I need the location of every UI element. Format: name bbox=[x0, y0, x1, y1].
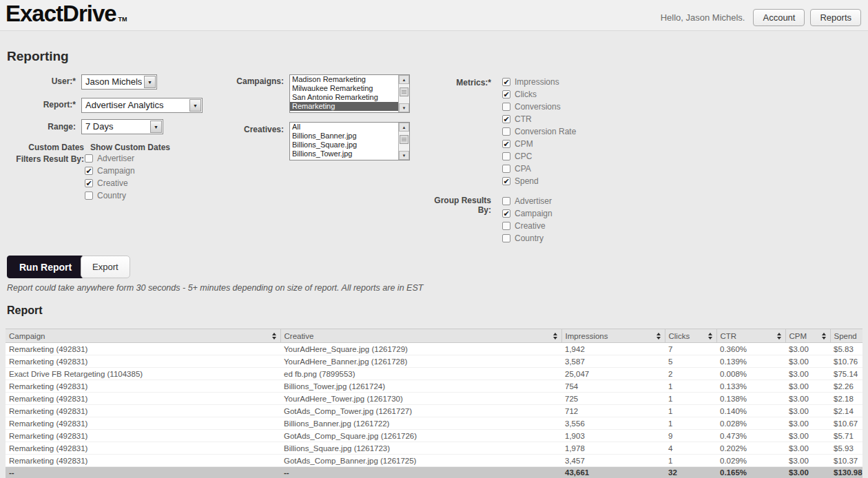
checkbox-creative[interactable]: Creative bbox=[502, 220, 552, 232]
checkbox-creative[interactable]: ✔Creative bbox=[85, 177, 135, 189]
column-header-spend[interactable]: Spend bbox=[830, 329, 862, 343]
table-cell: 0.139% bbox=[716, 355, 785, 368]
checkbox-spend[interactable]: ✔Spend bbox=[502, 175, 576, 187]
chevron-down-icon[interactable]: ▼ bbox=[144, 76, 156, 88]
table-cell: 0.473% bbox=[716, 430, 785, 442]
table-row: Remarketing (492831)GotAds_Comp_Banner.j… bbox=[6, 455, 862, 467]
totals-cell: 0.165% bbox=[716, 467, 785, 478]
column-header-campaign[interactable]: Campaign bbox=[6, 329, 280, 343]
table-cell: 3,587 bbox=[561, 355, 665, 368]
account-button[interactable]: Account bbox=[753, 9, 805, 26]
checkbox-campaign[interactable]: ✔Campaign bbox=[85, 165, 135, 177]
list-option-remarketing[interactable]: Remarketing bbox=[290, 102, 398, 111]
table-cell: Remarketing (492831) bbox=[6, 417, 280, 430]
scroll-down-arrow-icon[interactable]: ▼ bbox=[399, 151, 409, 160]
checkbox-label: Conversions bbox=[515, 102, 561, 112]
run-report-button[interactable]: Run Report bbox=[7, 256, 84, 278]
table-row: Remarketing (492831)YourAdHere_Banner.jp… bbox=[6, 355, 862, 368]
checkbox-cpc[interactable]: CPC bbox=[502, 150, 576, 163]
scrollbar[interactable]: ▲ ▼ bbox=[398, 123, 409, 160]
list-option-billions-tower-jpg[interactable]: Billions_Tower.jpg bbox=[290, 149, 398, 158]
table-cell: 1 bbox=[665, 417, 716, 430]
sort-icon[interactable] bbox=[777, 333, 781, 340]
checkbox-clicks[interactable]: ✔Clicks bbox=[502, 88, 576, 101]
list-option-madison-remarketing[interactable]: Madison Remarketing bbox=[290, 75, 398, 84]
table-cell: ed fb.png (7899553) bbox=[280, 368, 561, 380]
group-by-checkbox-group: Advertiser✔CampaignCreativeCountry bbox=[502, 195, 552, 245]
campaigns-listbox[interactable]: Madison RemarketingMilwaukee Remarketing… bbox=[289, 74, 410, 113]
checkbox-advertiser[interactable]: Advertiser bbox=[85, 152, 135, 165]
checkbox-cpa[interactable]: CPA bbox=[502, 163, 576, 175]
checkbox-cpm[interactable]: ✔CPM bbox=[502, 138, 576, 150]
table-cell: Billions_Tower.jpg (1261724) bbox=[280, 380, 561, 393]
unchecked-icon bbox=[502, 197, 510, 205]
checkbox-country[interactable]: Country bbox=[502, 232, 552, 245]
sort-icon[interactable] bbox=[708, 333, 712, 340]
checked-icon: ✔ bbox=[502, 90, 510, 98]
scrollbar-thumb[interactable] bbox=[400, 87, 409, 96]
sort-icon[interactable] bbox=[822, 333, 826, 340]
user-greeting: Hello, Jason Michels. bbox=[661, 12, 745, 23]
show-custom-dates-link[interactable]: Show Custom Dates bbox=[90, 143, 170, 152]
report-select[interactable]: Advertiser Analytics ▼ bbox=[81, 98, 203, 113]
table-cell: Billions_Banner.jpg (1261722) bbox=[280, 417, 561, 430]
unchecked-icon bbox=[85, 191, 93, 200]
table-cell: 712 bbox=[561, 405, 665, 417]
checkbox-label: Conversion Rate bbox=[515, 127, 576, 136]
totals-cell: 43,661 bbox=[561, 467, 665, 478]
scroll-up-arrow-icon[interactable]: ▲ bbox=[399, 123, 409, 132]
scrollbar-thumb[interactable] bbox=[400, 135, 409, 144]
totals-cell: 32 bbox=[665, 467, 716, 478]
checkbox-campaign[interactable]: ✔Campaign bbox=[502, 207, 552, 220]
creatives-label: Creatives: bbox=[207, 125, 284, 134]
checkbox-advertiser[interactable]: Advertiser bbox=[502, 195, 552, 207]
table-cell: $10.67 bbox=[830, 417, 862, 430]
chevron-down-icon[interactable]: ▼ bbox=[189, 99, 201, 112]
checkbox-impressions[interactable]: ✔Impressions bbox=[502, 76, 576, 88]
trademark-symbol: TM bbox=[118, 16, 127, 27]
column-header-ctr[interactable]: CTR bbox=[716, 329, 785, 343]
scroll-down-arrow-icon[interactable]: ▼ bbox=[399, 103, 409, 112]
table-cell: 1,978 bbox=[561, 442, 665, 455]
column-label: Impressions bbox=[566, 332, 608, 340]
table-row: Remarketing (492831)GotAds_Comp_Tower.jp… bbox=[6, 405, 862, 417]
creatives-listbox[interactable]: AllBillions_Banner.jpgBillions_Square.jp… bbox=[289, 122, 410, 160]
table-cell: YourAdHere_Banner.jpg (1261728) bbox=[280, 355, 561, 368]
list-option-billions-square-jpg[interactable]: Billions_Square.jpg bbox=[290, 141, 398, 149]
table-cell: $2.26 bbox=[830, 380, 862, 393]
exactdrive-logo: ExactDrive TM bbox=[6, 1, 127, 27]
checkbox-ctr[interactable]: ✔CTR bbox=[502, 113, 576, 125]
list-option-san-antonio-remarketing[interactable]: San Antonio Remarketing bbox=[290, 93, 398, 102]
checkbox-conversion-rate[interactable]: Conversion Rate bbox=[502, 125, 576, 138]
user-select[interactable]: Jason Michels ▼ bbox=[81, 74, 157, 90]
column-header-cpm[interactable]: CPM bbox=[785, 329, 830, 343]
scroll-up-arrow-icon[interactable]: ▲ bbox=[399, 75, 409, 84]
chevron-down-icon[interactable]: ▼ bbox=[150, 121, 162, 133]
export-button[interactable]: Export bbox=[81, 256, 130, 278]
sort-icon[interactable] bbox=[657, 333, 661, 340]
sort-icon[interactable] bbox=[553, 333, 557, 340]
scrollbar[interactable]: ▲ ▼ bbox=[398, 75, 409, 112]
list-option-milwaukee-remarketing[interactable]: Milwaukee Remarketing bbox=[290, 84, 398, 93]
checkbox-conversions[interactable]: Conversions bbox=[502, 101, 576, 113]
checkbox-country[interactable]: Country bbox=[85, 189, 135, 202]
reports-button[interactable]: Reports bbox=[810, 9, 861, 26]
checkbox-label: Advertiser bbox=[515, 196, 552, 206]
column-header-creative[interactable]: Creative bbox=[280, 329, 561, 343]
table-cell: 0.028% bbox=[716, 417, 785, 430]
column-header-impressions[interactable]: Impressions bbox=[561, 329, 665, 343]
list-option-all[interactable]: All bbox=[290, 123, 398, 132]
unchecked-icon bbox=[502, 127, 510, 136]
table-cell: $3.00 bbox=[785, 417, 830, 430]
checkbox-label: Creative bbox=[97, 178, 128, 188]
table-cell: 4 bbox=[665, 442, 716, 455]
table-cell: $2.14 bbox=[830, 405, 862, 417]
checkbox-label: CTR bbox=[515, 114, 532, 124]
table-cell: Remarketing (492831) bbox=[6, 380, 280, 393]
column-header-clicks[interactable]: Clicks bbox=[665, 329, 716, 343]
table-cell: Remarketing (492831) bbox=[6, 430, 280, 442]
sort-icon[interactable] bbox=[272, 333, 276, 340]
list-option-billions-banner-jpg[interactable]: Billions_Banner.jpg bbox=[290, 132, 398, 141]
table-cell: $3.00 bbox=[785, 355, 830, 368]
range-select[interactable]: 7 Days ▼ bbox=[81, 119, 163, 134]
